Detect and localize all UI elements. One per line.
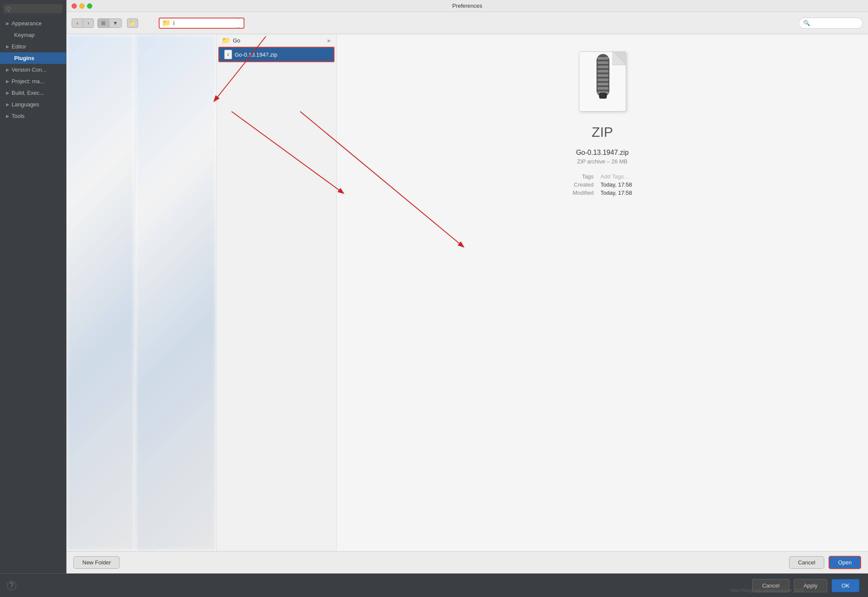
grid-view-button[interactable]: ⊞ <box>98 19 109 27</box>
ok-button[interactable]: OK <box>832 579 859 592</box>
arrow-icon: ▶ <box>6 90 9 95</box>
zip-type-label: ZIP <box>592 124 613 140</box>
svg-rect-4 <box>597 70 609 72</box>
preview-file-desc: ZIP archive – 26 MB <box>577 158 628 165</box>
location-bar[interactable]: 📁 i ⌃⌄ <box>159 18 244 29</box>
blurred-favorites <box>66 34 135 551</box>
folder-icon: 📁 <box>222 36 230 45</box>
new-folder-icon: 📁 <box>129 20 136 26</box>
zip-paper <box>579 51 626 112</box>
location-up-down-arrows[interactable]: ⌃⌄ <box>236 16 241 30</box>
zip-icon <box>575 51 630 116</box>
svg-rect-8 <box>597 87 609 90</box>
svg-rect-6 <box>597 78 609 81</box>
back-button[interactable]: ‹ <box>72 18 83 28</box>
sidebar-item-project[interactable]: ▶ Project: ma... <box>0 75 66 87</box>
arrow-icon: ▶ <box>6 114 9 118</box>
traffic-lights <box>72 3 92 9</box>
tags-label: Tags <box>573 173 594 180</box>
go-folder-row[interactable]: 📁 Go ▶ <box>217 34 336 47</box>
sidebar-search-input[interactable] <box>3 4 63 13</box>
zip-zipper-svg <box>579 52 627 112</box>
nav-button-group: ‹ › <box>72 18 94 28</box>
second-panel <box>135 34 217 551</box>
sidebar-item-plugins[interactable]: Plugins <box>0 52 66 64</box>
go-folder-column: 📁 Go ▶ Z Go-0.13.1947.zip <box>217 34 337 551</box>
dialog-cancel-button[interactable]: Cancel <box>789 556 824 569</box>
sidebar-item-build[interactable]: ▶ Build, Exec... <box>0 87 66 99</box>
sidebar-item-tools[interactable]: ▶ Tools <box>0 110 66 122</box>
favorites-panel <box>66 34 135 551</box>
new-folder-toolbar-button[interactable]: 📁 <box>127 18 138 28</box>
arrow-icon: ▶ <box>6 79 9 84</box>
file-browser: 📁 Go ▶ Z Go-0.13.1947.zip <box>66 34 868 551</box>
dialog-bottom-bar: New Folder Cancel Open <box>66 551 868 573</box>
file-dialog-toolbar: ‹ › ⊞ ▼ 📁 📁 i ⌃⌄ 🔍 <box>66 12 868 34</box>
svg-rect-10 <box>599 93 607 99</box>
location-folder-icon: 📁 <box>162 19 171 27</box>
arrow-icon: ▶ <box>6 44 9 49</box>
arrow-icon: ▶ <box>6 21 9 26</box>
close-button[interactable] <box>72 3 77 9</box>
svg-rect-7 <box>597 83 609 85</box>
sidebar: ▶ Appearance Keymap ▶ Editor Plugins ▶ V… <box>0 0 66 597</box>
svg-rect-5 <box>597 74 609 77</box>
svg-rect-1 <box>597 57 609 60</box>
created-value: Today, 17:58 <box>600 181 632 188</box>
search-input[interactable] <box>812 20 855 26</box>
zip-file-item[interactable]: Z Go-0.13.1947.zip <box>218 47 335 62</box>
window-title: Preferences <box>452 3 482 9</box>
ide-bottom-bar: ? Cancel Apply OK <box>0 573 868 597</box>
blurred-second <box>135 34 216 551</box>
svg-rect-2 <box>597 61 609 64</box>
modified-value: Today, 17:58 <box>600 190 632 196</box>
watermark: https://blog.csdn.net/langhailove_2008 <box>730 588 804 593</box>
sidebar-search-container[interactable] <box>0 0 66 18</box>
tags-value: Add Tags… <box>600 173 632 180</box>
file-metadata: Tags Add Tags… Created Today, 17:58 Modi… <box>573 173 632 196</box>
help-button[interactable]: ? <box>7 581 16 590</box>
zip-file-name: Go-0.13.1947.zip <box>235 51 277 58</box>
new-folder-button[interactable]: New Folder <box>73 556 120 569</box>
svg-rect-3 <box>597 66 609 68</box>
file-dialog: ‹ › ⊞ ▼ 📁 📁 i ⌃⌄ 🔍 <box>66 12 868 573</box>
sidebar-item-vcs[interactable]: ▶ Version Con... <box>0 64 66 75</box>
folder-arrow-icon: ▶ <box>328 38 331 43</box>
maximize-button[interactable] <box>87 3 92 9</box>
sidebar-item-languages[interactable]: ▶ Languages <box>0 99 66 110</box>
location-text: i <box>173 20 233 26</box>
minimize-button[interactable] <box>79 3 84 9</box>
preferences-titlebar: Preferences <box>66 0 868 12</box>
sidebar-item-appearance[interactable]: ▶ Appearance <box>0 18 66 29</box>
search-icon: 🔍 <box>803 20 810 26</box>
sidebar-item-editor[interactable]: ▶ Editor <box>0 41 66 52</box>
view-toggle[interactable]: ⊞ ▼ <box>97 18 122 28</box>
search-field[interactable]: 🔍 <box>799 18 863 29</box>
modified-label: Modified <box>573 190 594 196</box>
forward-button[interactable]: › <box>83 18 94 28</box>
preview-file-name: Go-0.13.1947.zip <box>576 149 629 157</box>
arrow-icon: ▶ <box>6 67 9 72</box>
open-button[interactable]: Open <box>829 556 861 569</box>
sidebar-item-keymap[interactable]: Keymap <box>0 29 66 41</box>
created-label: Created <box>573 181 594 188</box>
view-dropdown-button[interactable]: ▼ <box>109 19 121 27</box>
arrow-icon: ▶ <box>6 102 9 107</box>
zip-file-small-icon: Z <box>224 50 232 59</box>
go-folder-label: Go <box>233 37 240 44</box>
preview-panel: ZIP Go-0.13.1947.zip ZIP archive – 26 MB… <box>337 34 868 551</box>
